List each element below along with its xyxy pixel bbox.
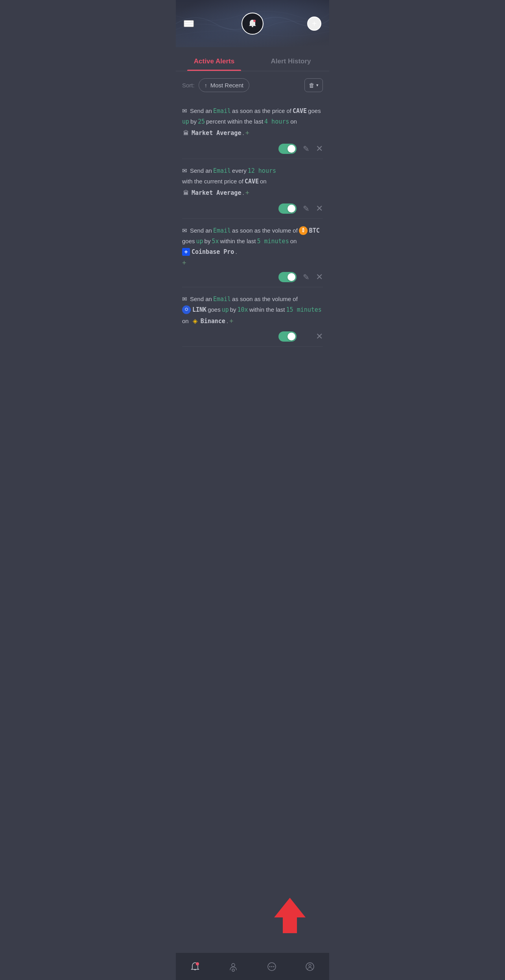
add-condition-button[interactable]: + <box>245 187 250 199</box>
alert-text-1: ✉ Send an Email as soon as the price of … <box>182 106 323 139</box>
email-icon: ✉ <box>182 226 187 235</box>
highlight-coin: CAVE <box>245 177 259 186</box>
highlight-amount: 5x <box>212 237 219 246</box>
main-content: Active Alerts Alert History Sort: ↑ Most… <box>176 50 329 382</box>
add-condition-button[interactable]: + <box>229 316 234 327</box>
menu-icon <box>184 26 193 26</box>
edit-button-2[interactable]: ✎ <box>303 204 310 213</box>
sort-arrow-icon: ↑ <box>205 82 207 89</box>
alert-text-3: ✉ Send an Email as soon as the volume of… <box>182 226 323 257</box>
coinbase-label: Coinbase Pro <box>182 247 234 257</box>
sort-option-label: Most Recent <box>210 82 243 89</box>
alert-item: ✉ Send an Email as soon as the volume of… <box>182 219 323 287</box>
exchange-label: 🏛 Market Average <box>182 188 241 198</box>
edit-button-3[interactable]: ✎ <box>303 272 310 282</box>
add-condition-button[interactable]: + <box>182 259 186 267</box>
alert-actions-2: ✎ ✕ <box>182 203 323 214</box>
highlight-time: 15 minutes <box>286 305 322 314</box>
email-icon: ✉ <box>182 294 187 304</box>
highlight-time: 4 hours <box>264 117 289 126</box>
highlight-email: Email <box>213 226 231 235</box>
bell-nav-icon <box>190 962 200 972</box>
alert-item: ✉ Send an Email as soon as the volume of… <box>182 287 323 347</box>
red-arrow-indicator <box>274 898 306 935</box>
highlight-direction: up <box>222 305 229 314</box>
highlight-email: Email <box>213 106 231 116</box>
nav-item-portfolio[interactable] <box>228 962 238 972</box>
highlight-amount: 25 <box>198 117 205 126</box>
svg-point-13 <box>273 966 274 967</box>
coinbase-icon <box>182 248 190 256</box>
bottom-navigation <box>176 952 329 980</box>
svg-point-9 <box>232 969 234 971</box>
alert-toggle-2[interactable] <box>278 203 297 214</box>
nav-item-alerts[interactable] <box>190 962 200 972</box>
highlight-email: Email <box>213 166 231 176</box>
menu-icon <box>184 23 193 24</box>
portfolio-nav-icon <box>228 962 238 972</box>
link-label: ⬡ LINK <box>182 305 206 314</box>
menu-button[interactable] <box>184 20 194 27</box>
svg-point-11 <box>269 966 270 967</box>
svg-point-7 <box>196 962 199 965</box>
alert-actions-4: ✎ ✕ <box>182 331 323 342</box>
sort-label: Sort: <box>182 82 195 89</box>
alert-item: ✉ Send an Email every 12 hours with the … <box>182 159 323 219</box>
highlight-coin: CAVE <box>293 106 307 116</box>
alert-toggle-4[interactable] <box>278 331 297 342</box>
menu-icon <box>184 21 191 22</box>
exchange-label: 🏛 Market Average <box>182 128 241 138</box>
market-average-icon: 🏛 <box>182 189 190 196</box>
email-icon: ✉ <box>182 166 187 176</box>
delete-button-1[interactable]: ✕ <box>316 144 323 154</box>
alert-toggle-3[interactable] <box>278 272 297 282</box>
highlight-email: Email <box>213 294 231 304</box>
delete-button-2[interactable]: ✕ <box>316 203 323 214</box>
alert-text-2: ✉ Send an Email every 12 hours with the … <box>182 166 323 199</box>
app-logo <box>241 13 264 35</box>
dropdown-icon: ▾ <box>316 83 319 88</box>
alert-actions-1: ✎ ✕ <box>182 144 323 154</box>
highlight-frequency: 12 hours <box>248 166 276 176</box>
more-nav-icon <box>267 962 277 972</box>
highlight-time: 5 minutes <box>257 237 289 246</box>
alert-actions-3: ✎ ✕ <box>182 272 323 282</box>
highlight-direction: up <box>182 117 189 126</box>
btc-coin-icon: ₿ <box>299 226 308 235</box>
alert-text-4: ✉ Send an Email as soon as the volume of… <box>182 294 323 327</box>
market-average-icon: 🏛 <box>182 129 190 137</box>
delete-button-4[interactable]: ✕ <box>316 331 323 342</box>
email-icon: ✉ <box>182 106 187 116</box>
alert-toggle-1[interactable] <box>278 144 297 154</box>
svg-point-12 <box>271 966 272 967</box>
nav-item-more[interactable] <box>267 962 277 972</box>
binance-label: ◈ Binance <box>191 316 225 326</box>
alerts-list: ✉ Send an Email as soon as the price of … <box>176 99 329 347</box>
delete-button[interactable]: 🗑 ▾ <box>304 78 323 92</box>
tabs-container: Active Alerts Alert History <box>176 50 329 71</box>
delete-button-3[interactable]: ✕ <box>316 272 323 282</box>
edit-button-1[interactable]: ✎ <box>303 144 310 153</box>
tab-alert-history[interactable]: Alert History <box>252 50 329 71</box>
svg-marker-6 <box>274 898 306 933</box>
plus-icon: + <box>312 19 317 28</box>
sort-bar: Sort: ↑ Most Recent 🗑 ▾ <box>176 71 329 99</box>
profile-nav-icon <box>305 962 315 972</box>
svg-point-15 <box>309 964 311 967</box>
btc-label: ₿ BTC <box>299 226 320 235</box>
bell-logo-icon <box>246 17 259 30</box>
tab-active-alerts[interactable]: Active Alerts <box>176 50 252 71</box>
nav-item-profile[interactable] <box>305 962 315 972</box>
trash-icon: 🗑 <box>309 82 315 89</box>
header: + <box>176 0 329 47</box>
svg-point-8 <box>232 963 235 967</box>
add-alert-button[interactable]: + <box>307 17 321 31</box>
add-condition-button[interactable]: + <box>245 128 250 139</box>
sort-button[interactable]: ↑ Most Recent <box>199 78 249 92</box>
svg-rect-1 <box>252 26 253 27</box>
link-coin-icon: ⬡ <box>182 305 191 314</box>
binance-icon: ◈ <box>191 317 199 325</box>
alert-item: ✉ Send an Email as soon as the price of … <box>182 99 323 159</box>
highlight-amount: 10x <box>238 305 248 314</box>
red-arrow-icon <box>274 898 306 933</box>
